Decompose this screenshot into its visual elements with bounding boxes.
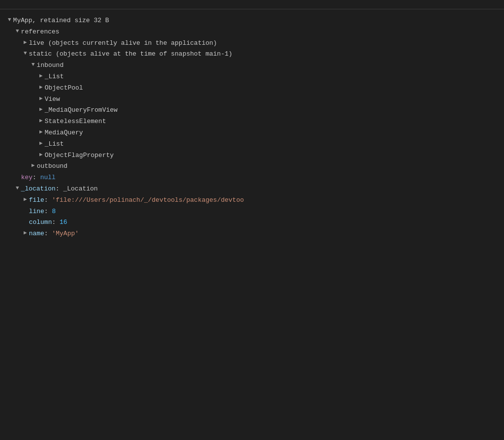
tree-toggle-icon[interactable] [24, 229, 27, 238]
tree-node: ▶column: 16 [0, 217, 504, 228]
tree-toggle-icon[interactable] [39, 94, 43, 103]
console-panel: MyApp, retained size 32 Breferenceslive … [0, 0, 504, 440]
tree-value: 'MyApp' [52, 229, 79, 239]
tree-node[interactable]: _List [0, 71, 504, 83]
tree-separator: : [44, 195, 52, 206]
tree-value: 8 [52, 207, 56, 217]
tree-label: _List [45, 139, 64, 150]
console-header [0, 0, 504, 9]
tree-key: file [29, 195, 44, 206]
tree-toggle-icon[interactable] [16, 27, 19, 36]
tree-node[interactable]: ObjectPool [0, 83, 504, 94]
tree-node[interactable]: StatelessElement [0, 116, 504, 127]
tree-label: references [21, 27, 60, 37]
tree-label: MyApp, retained size 32 B [13, 16, 109, 26]
tree-toggle-icon[interactable] [24, 195, 27, 204]
tree-node[interactable]: live (objects currently alive in the app… [0, 38, 504, 49]
tree-toggle-icon[interactable] [39, 139, 43, 148]
tree-node[interactable]: _List [0, 139, 504, 150]
tree-label: View [45, 94, 60, 105]
tree-node: ▶line: 8 [0, 206, 504, 218]
tree-toggle-icon[interactable] [39, 83, 43, 92]
tree-toggle-icon[interactable] [39, 117, 43, 126]
tree-node[interactable]: _location: _Location [0, 184, 504, 195]
tree-key: key [21, 173, 32, 183]
tree-value: _Location [63, 184, 97, 194]
tree-node[interactable]: ObjectFlagProperty [0, 150, 504, 161]
tree-label: inbound [37, 61, 64, 71]
tree-node[interactable]: MyApp, retained size 32 B [0, 15, 504, 27]
tree-key: line [29, 207, 44, 217]
tree-toggle-icon[interactable] [39, 72, 43, 81]
tree-label: static (objects alive at the time of sna… [29, 49, 232, 60]
tree-separator: : [52, 218, 60, 228]
tree-label: ObjectFlagProperty [45, 151, 114, 161]
tree-node[interactable]: outbound [0, 161, 504, 172]
tree-node: ▶key: null [0, 172, 504, 184]
tree-node[interactable]: references [0, 27, 504, 38]
tree-label: outbound [37, 161, 67, 172]
tree-separator: : [44, 207, 52, 217]
tree-node[interactable]: View [0, 94, 504, 105]
tree-key: column [29, 218, 52, 228]
tree-toggle-icon[interactable] [39, 128, 43, 137]
tree-separator: : [32, 173, 40, 183]
tree-label: _List [45, 72, 64, 82]
tree-toggle-icon[interactable] [39, 151, 43, 159]
tree-toggle-icon[interactable] [24, 38, 27, 47]
tree-value: null [40, 173, 56, 183]
tree-separator: : [56, 184, 63, 194]
tree-label: MediaQuery [45, 128, 83, 138]
tree-node[interactable]: name: 'MyApp' [0, 228, 504, 240]
tree-node[interactable]: MediaQuery [0, 127, 504, 139]
tree-node[interactable]: file: 'file:///Users/polinach/_/devtools… [0, 195, 504, 206]
tree-toggle-icon[interactable] [32, 61, 35, 69]
tree-label: _MediaQueryFromView [45, 105, 118, 116]
tree-value: 'file:///Users/polinach/_/devtools/packa… [52, 195, 244, 206]
tree-toggle-icon[interactable] [32, 161, 35, 170]
tree-toggle-icon[interactable] [39, 105, 43, 114]
tree-toggle-icon[interactable] [24, 49, 27, 58]
tree-node[interactable]: inbound [0, 60, 504, 71]
tree-toggle-icon[interactable] [8, 16, 11, 25]
tree-key: name [29, 229, 44, 239]
tree-separator: : [44, 229, 52, 239]
console-content: MyApp, retained size 32 Breferenceslive … [0, 9, 504, 440]
tree-value: 16 [60, 218, 67, 228]
tree-node[interactable]: _MediaQueryFromView [0, 105, 504, 116]
tree-key: _location [21, 184, 56, 194]
tree-toggle-icon[interactable] [16, 184, 19, 193]
tree-label: StatelessElement [45, 117, 106, 127]
tree-label: ObjectPool [45, 83, 83, 94]
tree-label: live (objects currently alive in the app… [29, 38, 217, 49]
tree-node[interactable]: static (objects alive at the time of sna… [0, 49, 504, 60]
